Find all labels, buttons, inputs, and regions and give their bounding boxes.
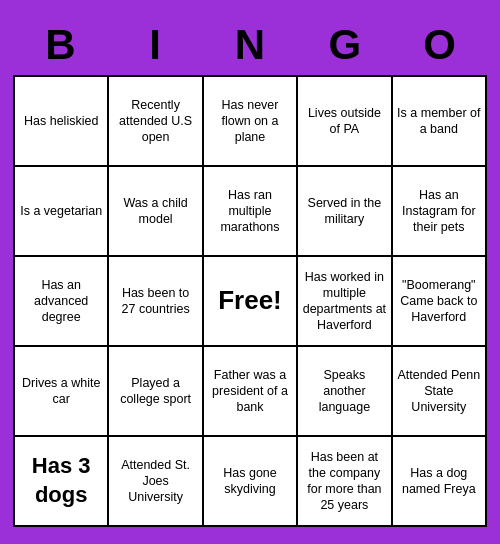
bingo-letter-g: G — [297, 17, 392, 73]
cell-o2[interactable]: Has an Instagram for their pets — [393, 167, 485, 255]
cell-b3[interactable]: Has an advanced degree — [15, 257, 107, 345]
cell-b1[interactable]: Has heliskied — [15, 77, 107, 165]
cell-g2[interactable]: Served in the military — [298, 167, 390, 255]
cell-i2[interactable]: Was a child model — [109, 167, 201, 255]
bingo-grid: Has heliskiedRecently attended U.S openH… — [13, 75, 487, 527]
cell-b2[interactable]: Is a vegetarian — [15, 167, 107, 255]
cell-n5[interactable]: Has gone skydiving — [204, 437, 296, 525]
cell-o3[interactable]: "Boomerang" Came back to Haverford — [393, 257, 485, 345]
bingo-letter-o: O — [392, 17, 487, 73]
cell-n3[interactable]: Free! — [204, 257, 296, 345]
bingo-letter-n: N — [203, 17, 298, 73]
cell-n4[interactable]: Father was a president of a bank — [204, 347, 296, 435]
cell-n1[interactable]: Has never flown on a plane — [204, 77, 296, 165]
cell-i5[interactable]: Attended St. Joes University — [109, 437, 201, 525]
cell-o4[interactable]: Attended Penn State University — [393, 347, 485, 435]
cell-i3[interactable]: Has been to 27 countries — [109, 257, 201, 345]
cell-b4[interactable]: Drives a white car — [15, 347, 107, 435]
cell-n2[interactable]: Has ran multiple marathons — [204, 167, 296, 255]
bingo-header: BINGO — [13, 17, 487, 73]
cell-o5[interactable]: Has a dog named Freya — [393, 437, 485, 525]
cell-g1[interactable]: Lives outside of PA — [298, 77, 390, 165]
cell-i4[interactable]: Played a college sport — [109, 347, 201, 435]
bingo-card: BINGO Has heliskiedRecently attended U.S… — [5, 9, 495, 535]
cell-o1[interactable]: Is a member of a band — [393, 77, 485, 165]
bingo-letter-i: I — [108, 17, 203, 73]
cell-i1[interactable]: Recently attended U.S open — [109, 77, 201, 165]
cell-b5[interactable]: Has 3 dogs — [15, 437, 107, 525]
cell-g5[interactable]: Has been at the company for more than 25… — [298, 437, 390, 525]
cell-g3[interactable]: Has worked in multiple departments at Ha… — [298, 257, 390, 345]
bingo-letter-b: B — [13, 17, 108, 73]
cell-g4[interactable]: Speaks another language — [298, 347, 390, 435]
